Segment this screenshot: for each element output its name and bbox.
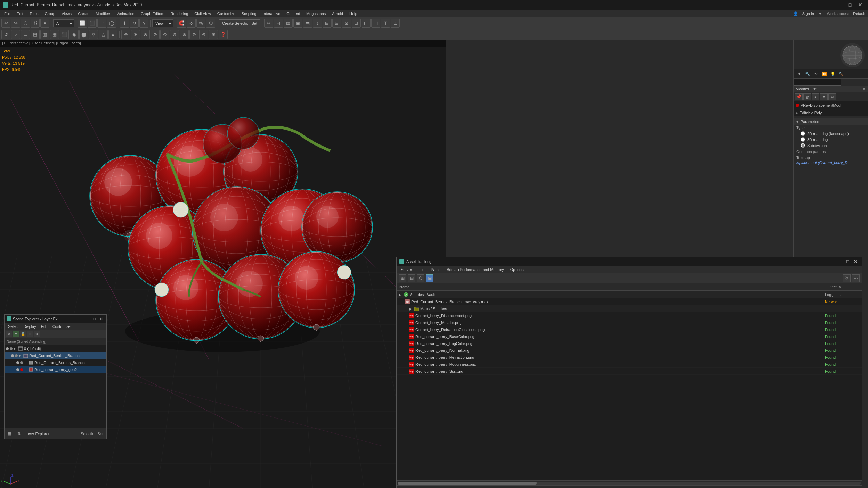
menu-content[interactable]: Content: [284, 11, 303, 16]
at-tb-2[interactable]: ▤: [408, 274, 415, 282]
rp-icon-hierarchy[interactable]: ⌥: [812, 71, 819, 77]
radio-2d-mapping[interactable]: 2D mapping (landscape): [794, 131, 868, 137]
tb-extra4[interactable]: ↕: [313, 19, 322, 28]
tb2-15[interactable]: ⊗: [141, 30, 150, 39]
tb2-13[interactable]: ⊕: [121, 30, 130, 39]
se-footer-icon1[interactable]: ▦: [7, 431, 13, 437]
at-tb-reload[interactable]: ↻: [843, 274, 851, 282]
tb2-21[interactable]: ⊝: [199, 30, 208, 39]
sign-in-label[interactable]: Sign In: [801, 11, 816, 16]
tb-btn3[interactable]: ⬡: [21, 19, 30, 28]
se-row-geo2[interactable]: Red_currant_berry_geo2: [5, 366, 106, 373]
select-lasso-btn[interactable]: ◯: [107, 19, 116, 28]
tb2-16[interactable]: ⊘: [151, 30, 160, 39]
se-row-branch-obj[interactable]: Red_Currant_Berries_Branch: [5, 359, 106, 366]
mirror-btn[interactable]: ⇔: [264, 19, 273, 28]
redo-button[interactable]: ↪: [11, 19, 20, 28]
at-maximize-btn[interactable]: □: [844, 258, 851, 265]
se-minimize-btn[interactable]: −: [84, 316, 90, 322]
tb2-19[interactable]: ⊛: [180, 30, 189, 39]
tb2-4[interactable]: ▤: [31, 30, 40, 39]
at-row-max-file[interactable]: 3D Red_Currant_Berries_Branch_max_vray.m…: [397, 298, 862, 305]
tb-extra6[interactable]: ⊟: [332, 19, 341, 28]
tb-extra5[interactable]: ⊞: [323, 19, 332, 28]
at-row-refraction-gloss[interactable]: img Currant_berry_RefractionGlossiness.p…: [397, 326, 862, 333]
modifier-row-vray[interactable]: VRayDisplacementMod: [794, 101, 868, 109]
menu-help[interactable]: Help: [347, 11, 360, 16]
at-row-roughness[interactable]: img Red_currant_berry_Roughness.png Foun…: [397, 361, 862, 368]
mod-copy-btn[interactable]: ⧉: [828, 93, 836, 100]
menu-civil-view[interactable]: Civil View: [192, 11, 213, 16]
at-menu-paths[interactable]: Paths: [428, 267, 443, 272]
at-row-refraction[interactable]: img Red_currant_berry_Refraction.png Fou…: [397, 354, 862, 361]
se-tb-filter[interactable]: ▼: [13, 331, 19, 337]
menu-file[interactable]: File: [1, 11, 13, 16]
rp-icon-display[interactable]: 💡: [829, 71, 836, 77]
se-menu-edit[interactable]: Edit: [39, 324, 50, 329]
tb-btn4[interactable]: ⛓: [31, 19, 40, 28]
tb-extra2[interactable]: ▣: [293, 19, 302, 28]
tb-extra10[interactable]: ⊣: [371, 19, 380, 28]
mod-up-btn[interactable]: ▲: [812, 93, 819, 100]
at-scrollbar-thumb[interactable]: [398, 482, 537, 485]
rp-icon-modify[interactable]: 🔧: [804, 71, 811, 77]
at-minimize-btn[interactable]: −: [837, 258, 844, 265]
at-tb-1[interactable]: ▦: [399, 274, 406, 282]
menu-tools[interactable]: Tools: [27, 11, 41, 16]
object-name-input[interactable]: Red_currant_berry_geo2: [794, 79, 841, 86]
at-tb-4-active[interactable]: ▣: [426, 274, 433, 282]
menu-scripting[interactable]: Scripting: [239, 11, 259, 16]
menu-interactive[interactable]: Interactive: [260, 11, 283, 16]
at-menu-server[interactable]: Server: [398, 267, 415, 272]
view-navigator[interactable]: [840, 43, 865, 67]
tb2-17[interactable]: ⊙: [160, 30, 169, 39]
at-scrollbar[interactable]: [397, 480, 862, 485]
tb-extra7[interactable]: ⊠: [342, 19, 351, 28]
at-row-basecolor[interactable]: img Red_currant_berry_BaseColor.png Foun…: [397, 333, 862, 340]
menu-edit[interactable]: Edit: [14, 11, 26, 16]
at-menu-options[interactable]: Options: [508, 267, 526, 272]
radio-subdivision[interactable]: Subdivision: [794, 142, 868, 148]
menu-create[interactable]: Create: [75, 11, 92, 16]
modifier-row-editable-poly[interactable]: ▶ Editable Poly: [794, 109, 868, 117]
tb2-23[interactable]: ❓: [219, 30, 228, 39]
menu-megascans[interactable]: Megascans: [303, 11, 328, 16]
menu-graph-editors[interactable]: Graph Editors: [138, 11, 167, 16]
at-row-sss[interactable]: img Red_currant_berry_Sss.png Found: [397, 368, 862, 375]
rotate-btn[interactable]: ↻: [130, 19, 139, 28]
tb2-10[interactable]: ▽: [89, 30, 98, 39]
tb2-20[interactable]: ⊜: [189, 30, 198, 39]
mod-down-btn[interactable]: ▼: [820, 93, 828, 100]
at-group-vault[interactable]: ▶ V Autodesk Vault Logged...: [397, 291, 862, 298]
filter-dropdown[interactable]: All: [53, 19, 74, 27]
at-row-normal[interactable]: img Red_currant_berry_Normal.png Found: [397, 347, 862, 354]
snap-btn[interactable]: 🧲: [177, 19, 186, 28]
menu-animation[interactable]: Animation: [115, 11, 137, 16]
se-tb-close[interactable]: ✕: [6, 331, 12, 337]
tb-btn5[interactable]: ✦: [40, 19, 49, 28]
menu-group[interactable]: Group: [42, 11, 58, 16]
tb-extra3[interactable]: ⬒: [303, 19, 312, 28]
minimize-button[interactable]: −: [835, 1, 844, 9]
align-btn[interactable]: ⫤: [274, 19, 283, 28]
at-menu-file[interactable]: File: [415, 267, 427, 272]
menu-views[interactable]: Views: [59, 11, 74, 16]
rp-icon-motion[interactable]: ⏩: [821, 71, 828, 77]
se-row-default-layer[interactable]: ▶ 0 (default): [5, 345, 106, 352]
angle-snap-btn[interactable]: ⊹: [187, 19, 196, 28]
se-row-group[interactable]: ▶ Red_Currant_Berries_Branch: [5, 352, 106, 359]
maximize-button[interactable]: □: [845, 1, 855, 9]
menu-rendering[interactable]: Rendering: [168, 11, 191, 16]
at-row-displacement[interactable]: img Currant_berry_Displacement.png Found: [397, 312, 862, 319]
select-object-btn[interactable]: ⬜: [78, 19, 87, 28]
tb2-18[interactable]: ⊚: [170, 30, 179, 39]
se-tb-lock[interactable]: 🔒: [20, 331, 26, 337]
mod-pin-btn[interactable]: 📌: [795, 93, 803, 100]
tb2-11[interactable]: △: [99, 30, 108, 39]
se-maximize-btn[interactable]: □: [91, 316, 97, 322]
tb2-3[interactable]: ▭: [21, 30, 30, 39]
tb2-9[interactable]: ⬤: [79, 30, 88, 39]
max-btn[interactable]: ⬛: [60, 30, 69, 39]
se-menu-customize[interactable]: Customize: [50, 324, 73, 329]
at-close-btn[interactable]: ✕: [852, 258, 859, 265]
